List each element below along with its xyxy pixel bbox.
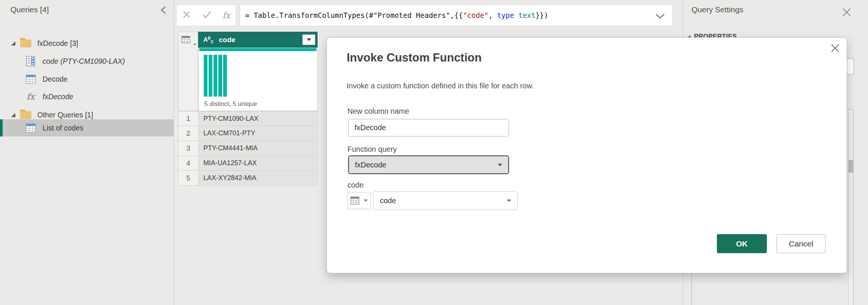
table-cell[interactable]: LAX-XY2842-MIA [198,171,318,186]
function-icon: fx [25,92,36,101]
expanded-triangle-icon [11,41,15,45]
folder-icon [20,111,31,119]
chevron-down-icon [498,164,502,166]
scrollbar-thumb[interactable] [849,160,853,173]
table-cell[interactable]: MIA-UA1257-LAX [198,156,318,171]
function-query-label: Function query [347,145,397,154]
power-query-editor-window: Queries [4] fxDecode [3] code ( [0,0,868,305]
dialog-description: Invoke a custom function defined in this… [347,82,534,90]
new-column-name-input[interactable] [348,119,509,136]
close-dialog-icon[interactable] [830,43,841,54]
group-label: fxDecode [3] [37,39,78,48]
ok-button[interactable]: OK [717,234,767,253]
table-row: 3 PTY-CM4441-MIA [178,141,318,156]
query-group-fxdecode[interactable]: fxDecode [3] [0,35,174,51]
select-all-columns-button[interactable] [178,32,198,48]
chevron-down-icon [507,199,511,202]
queries-pane: Queries [4] fxDecode [3] code ( [0,0,174,305]
query-settings-title: Query Settings [691,5,743,14]
folder-icon [20,40,31,47]
formula-text: = Table.TransformColumnTypes(#"Promoted … [240,11,548,19]
invoke-custom-function-dialog: Invoke Custom Function Invoke a custom f… [327,37,847,273]
text-type-icon: ABC [203,36,213,44]
collapse-pane-icon[interactable] [158,4,169,16]
cancel-button[interactable]: Cancel [777,234,825,253]
group-label: Other Queries [1] [37,111,93,119]
table-icon [350,196,359,205]
row-number[interactable]: 2 [178,126,198,141]
query-item-code-parameter[interactable]: code (PTY-CM1090-LAX) [0,53,174,69]
distinct-bar [213,55,217,97]
column-quality-bar [199,48,316,51]
profile-summary: 5 distinct, 5 unique [204,100,257,108]
parameter-column-value: code [380,196,507,205]
commit-formula-icon[interactable] [202,10,212,20]
column-name: code [219,36,302,44]
selection-accent-bar [0,119,3,136]
new-column-name-label: New column name [347,107,409,116]
distinct-bar [209,55,212,97]
queries-pane-title: Queries [4] [10,5,49,14]
query-item-label: List of codes [43,124,83,132]
function-query-dropdown[interactable]: fxDecode [348,155,509,174]
distinct-bar [223,55,227,97]
filter-caret-icon [307,38,311,41]
table-row: 4 MIA-UA1257-LAX [178,156,318,171]
function-query-value: fxDecode [355,161,498,169]
table-row: 5 LAX-XY2842-MIA [178,171,318,186]
column-quality-strip [198,48,318,51]
query-item-label: Decode [43,75,68,84]
formula-bar-buttons: fx [176,4,236,26]
row-number[interactable]: 5 [178,171,198,186]
expand-formula-bar-icon[interactable] [655,13,665,21]
query-item-fxdecode[interactable]: fx fxDecode [0,88,174,105]
parameter-code-label: code [347,181,363,189]
row-number-gutter [178,47,198,111]
add-step-fx-icon[interactable]: fx [222,10,230,20]
query-item-decode[interactable]: Decode [0,71,174,87]
distinct-bar [204,55,207,97]
table-menu-caret-icon [193,44,196,45]
data-rows: 1 PTY-CM1090-LAX 2 LAX-CM701-PTY 3 PTY-C… [178,111,318,186]
parameter-source-type-button[interactable] [347,192,371,209]
parameter-column-dropdown[interactable]: code [373,191,518,210]
dialog-title: Invoke Custom Function [347,51,482,65]
query-item-label: fxDecode [43,92,73,101]
cancel-formula-icon[interactable] [182,10,191,21]
column-profile: 5 distinct, 5 unique [198,51,318,111]
table-row: 2 LAX-CM701-PTY [178,126,318,141]
applied-steps-scrollbar[interactable] [848,110,853,305]
column-filter-button[interactable] [302,34,315,45]
table-cell[interactable]: PTY-CM4441-MIA [198,141,318,156]
close-pane-icon[interactable] [841,7,852,18]
distinct-bar [218,55,222,97]
expanded-triangle-icon [11,113,15,117]
row-number[interactable]: 1 [178,111,198,126]
table-icon [25,75,36,84]
distinct-bars [204,55,227,97]
row-number[interactable]: 4 [178,156,198,171]
query-item-list-of-codes-selected[interactable]: List of codes [0,119,174,136]
row-number[interactable]: 3 [178,141,198,156]
column-header-code[interactable]: ABC code [198,32,318,48]
table-cell[interactable]: LAX-CM701-PTY [198,126,318,141]
chevron-down-icon [364,199,368,202]
query-item-label: code (PTY-CM1090-LAX) [43,57,125,66]
formula-bar-input[interactable]: = Table.TransformColumnTypes(#"Promoted … [240,4,672,26]
parameter-icon [25,56,36,66]
table-cell[interactable]: PTY-CM1090-LAX [198,111,318,126]
table-icon [25,123,36,133]
table-row: 1 PTY-CM1090-LAX [178,111,318,126]
